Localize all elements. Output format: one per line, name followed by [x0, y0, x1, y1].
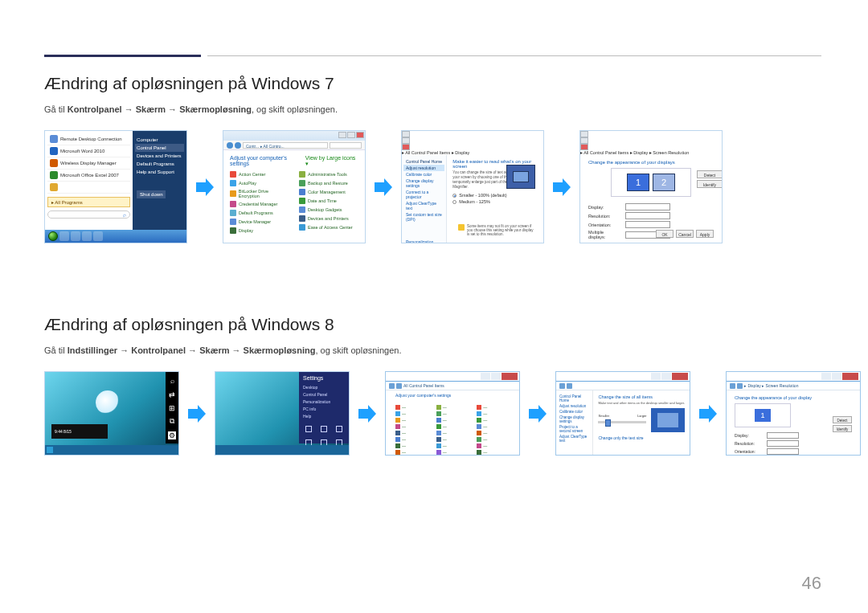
start-right-item: Default Programs	[137, 160, 182, 168]
identify-button: Identify	[697, 180, 723, 188]
controlpanel-item: Date and Time	[299, 196, 358, 205]
win8-thumb-controlpanel: All Control Panel Items Adjust your comp…	[385, 371, 520, 456]
win7-thumb-startmenu: Remote Desktop ConnectionMicrosoft Word …	[44, 130, 187, 243]
detect-button: Detect	[697, 170, 723, 178]
win7-thumb-controlpanel: Contr... ▸ All Contro... Adjust your com…	[223, 130, 366, 243]
settings-link: Control Panel	[303, 390, 345, 398]
arrow-icon	[551, 176, 573, 198]
charm-icon: ⇄	[168, 390, 176, 398]
instruction-win7: Gå til Kontrolpanel → Skærm → Skærmopløs…	[44, 104, 824, 114]
sidebar-link: Change display settings	[406, 178, 442, 189]
detect-button: Detect	[833, 416, 852, 423]
sidebar-link: Connect to a projector	[406, 189, 442, 200]
monitor-preview-icon	[651, 408, 685, 432]
settings-link: PC info	[303, 405, 345, 412]
start-right-item: Help and Support	[137, 168, 182, 176]
settings-link: Desktop	[303, 383, 345, 390]
sidebar-link: Adjust resolution	[403, 165, 444, 171]
close-icon	[356, 132, 364, 138]
win7-thumb-resolution: ▸ All Control Panel Items ▸ Display ▸ Sc…	[579, 130, 723, 243]
controlpanel-item: Display	[230, 226, 289, 235]
controlpanel-item: Desktop Gadgets	[299, 205, 358, 214]
search-field	[330, 142, 362, 149]
cancel-button: Cancel	[676, 230, 694, 238]
win7-thumb-display: ▸ All Control Panel Items ▸ Display Cont…	[401, 130, 544, 243]
task-icon	[59, 231, 69, 241]
charm-icon: ⌕	[168, 377, 176, 385]
start-menu-item	[47, 182, 130, 194]
win8-thumb-settings: Settings DesktopControl PanelPersonaliza…	[215, 371, 350, 456]
sidebar-link: Calibrate color	[406, 171, 442, 178]
ok-button: OK	[656, 230, 674, 238]
task-icon	[93, 231, 103, 241]
task-icon	[71, 231, 80, 241]
charm-icon: ⚙	[168, 431, 176, 439]
settings-link: Help	[303, 412, 345, 419]
search-icon: ⌕	[123, 212, 126, 218]
win8-thumb-display: Control Panel HomeAdjust resolutionCalib…	[555, 371, 690, 456]
identify-button: Identify	[833, 425, 852, 432]
start-right-item: Devices and Printers	[137, 152, 182, 160]
win8-thumb-charms: ⌕⇄⊞⧉⚙ 9:44 8/15	[44, 371, 179, 456]
warning-icon	[458, 224, 465, 231]
wallpaper-flower-icon	[96, 390, 120, 415]
taskbar	[45, 230, 186, 243]
start-menu-item: Microsoft Word 2010	[47, 145, 130, 157]
size-option: Smaller - 100% (default)	[452, 193, 538, 198]
section-title-win7: Ændring af opløsningen på Windows 7	[44, 74, 824, 93]
charms-bar: ⌕⇄⊞⧉⚙	[166, 372, 178, 443]
warning-note: Some items may not fit on your screen if…	[458, 224, 537, 236]
settings-tile-icon	[318, 424, 330, 434]
charm-icon: ⧉	[168, 418, 176, 426]
section-windows8: Ændring af opløsningen på Windows 8 Gå t…	[44, 315, 824, 456]
sidebar-link: Adjust ClearType text	[406, 200, 442, 211]
start-menu-item: Wireless Display Manager	[47, 157, 130, 170]
task-icon	[82, 231, 92, 241]
nav-fwd-icon	[235, 142, 241, 149]
start-menu-item: Microsoft Office Excel 2007	[47, 170, 130, 182]
arrow-icon	[526, 403, 549, 425]
win8-thumb-resolution: ▸ Display ▸ Screen Resolution Change the…	[726, 371, 861, 456]
controlpanel-item: BitLocker Drive Encryption	[230, 187, 289, 199]
sidebar-link: Set custom text size (DPI)	[406, 211, 442, 223]
controlpanel-item: Ease of Access Center	[299, 223, 358, 231]
controlpanel-item: Administrative Tools	[299, 170, 358, 178]
start-tile-icon	[47, 447, 53, 453]
monitor-1-icon: 1	[755, 409, 771, 422]
arrow-icon	[372, 176, 395, 198]
start-orb-icon	[48, 231, 58, 241]
search-box: ⌕	[47, 210, 130, 219]
section-title-win8: Ændring af opløsningen på Windows 8	[44, 315, 824, 334]
select-field	[625, 221, 670, 228]
shutdown-button: Shut down	[137, 190, 166, 198]
win7-thumbnails-row: Remote Desktop ConnectionMicrosoft Word …	[44, 130, 824, 243]
controlpanel-item: Default Programs	[230, 208, 289, 217]
start-right-item: Control Panel	[135, 144, 184, 152]
controlpanel-item: Backup and Restore	[299, 178, 358, 187]
select-field	[625, 212, 670, 219]
section-windows7: Ændring af opløsningen på Windows 7 Gå t…	[44, 74, 824, 243]
win8-thumbnails-row: ⌕⇄⊞⧉⚙ 9:44 8/15 Settings DesktopControl …	[44, 371, 824, 456]
all-programs: ▸ All Programs	[47, 197, 130, 207]
select-field	[625, 203, 670, 210]
instruction-win8: Gå til Indstillinger → Kontrolpanel → Sk…	[44, 345, 824, 355]
monitor-1-icon: 1	[627, 174, 649, 191]
arrow-icon	[186, 403, 208, 425]
size-slider	[598, 421, 646, 423]
settings-tile-icon	[303, 424, 314, 434]
settings-link: Personalization	[303, 398, 345, 405]
nav-back-icon	[227, 142, 233, 149]
monitor-2-icon: 2	[653, 174, 675, 191]
page-number: 46	[802, 573, 821, 594]
header-accent-bar	[44, 55, 201, 57]
clock-toast: 9:44 8/15	[51, 424, 108, 439]
apply-button: Apply	[696, 230, 714, 238]
monitor-preview-icon	[506, 165, 535, 189]
controlpanel-item: Devices and Printers	[299, 214, 358, 223]
address-bar: Contr... ▸ All Contro...	[223, 141, 365, 150]
arrow-icon	[697, 403, 719, 425]
size-option: Medium - 125%	[452, 199, 538, 204]
controlpanel-item: Device Manager	[230, 217, 289, 226]
settings-tile-icon	[334, 424, 345, 434]
controlpanel-item: Action Center	[230, 170, 289, 178]
